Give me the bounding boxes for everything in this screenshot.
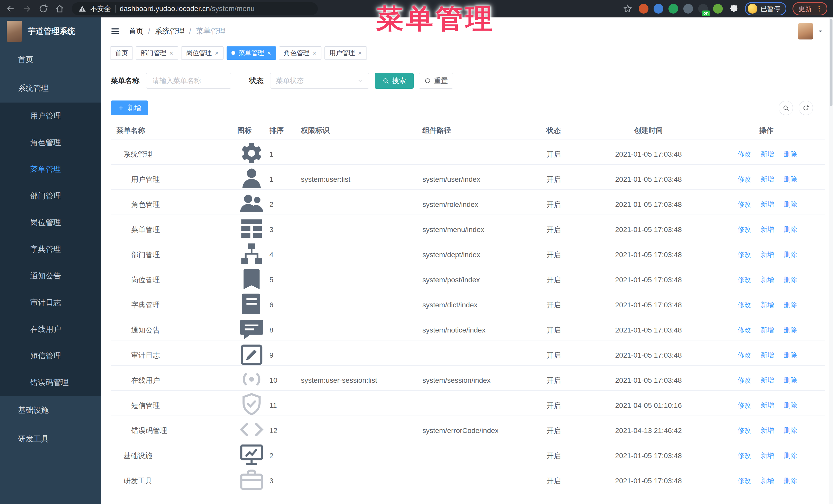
tab-close-icon[interactable]: ×	[215, 50, 219, 56]
sidebar-item[interactable]: 首页	[0, 45, 101, 74]
add-link[interactable]: 新增	[759, 326, 774, 335]
forward-icon[interactable]	[22, 4, 32, 14]
add-link[interactable]: 新增	[759, 451, 774, 460]
sidebar-item[interactable]: 错误码管理	[0, 369, 101, 396]
delete-link[interactable]: 删除	[782, 326, 797, 335]
extension-orange-icon[interactable]	[639, 4, 648, 14]
tab[interactable]: 用户管理×	[325, 46, 367, 60]
delete-link[interactable]: 删除	[782, 376, 797, 385]
scrollbar[interactable]	[829, 18, 833, 504]
chrome-menu-icon[interactable]	[815, 5, 823, 13]
delete-link[interactable]: 删除	[782, 476, 797, 485]
add-link[interactable]: 新增	[759, 351, 774, 360]
sidebar-item[interactable]: 在线用户	[0, 316, 101, 342]
sidebar-item[interactable]: 短信管理	[0, 342, 101, 369]
edit-link[interactable]: 修改	[736, 175, 751, 184]
edit-link[interactable]: 修改	[736, 326, 751, 335]
sidebar-item[interactable]: 岗位管理	[0, 209, 101, 236]
reload-icon[interactable]	[39, 4, 48, 14]
breadcrumb-item[interactable]: 系统管理	[155, 26, 185, 37]
add-link[interactable]: 新增	[759, 476, 774, 485]
sidebar-item[interactable]: 字典管理	[0, 236, 101, 263]
add-link[interactable]: 新增	[759, 426, 774, 435]
tab-close-icon[interactable]: ×	[313, 50, 316, 56]
sidebar-item[interactable]: 审计日志	[0, 289, 101, 316]
app-logo[interactable]: 芋道管理系统	[0, 18, 101, 45]
sidebar-item[interactable]: 通知公告	[0, 263, 101, 289]
delete-link-label: 删除	[784, 225, 797, 234]
sidebar-item[interactable]: 系统管理	[0, 74, 101, 102]
edit-link[interactable]: 修改	[736, 275, 751, 284]
tab[interactable]: 岗位管理×	[181, 46, 223, 60]
breadcrumb-item[interactable]: 首页	[129, 26, 144, 37]
extension-blue-icon[interactable]	[653, 4, 663, 14]
delete-link[interactable]: 删除	[782, 351, 797, 360]
edit-link[interactable]: 修改	[736, 301, 751, 309]
add-button[interactable]: 新增	[111, 100, 148, 115]
tab[interactable]: 首页	[110, 46, 133, 60]
bookmark-star-icon[interactable]	[623, 4, 633, 14]
edit-link[interactable]: 修改	[736, 451, 751, 460]
edit-link[interactable]: 修改	[736, 401, 751, 410]
extensions-puzzle-icon[interactable]	[729, 4, 739, 14]
edit-link[interactable]: 修改	[736, 250, 751, 259]
add-link[interactable]: 新增	[759, 150, 774, 159]
tab-close-icon[interactable]: ×	[358, 50, 362, 56]
add-link[interactable]: 新增	[759, 250, 774, 259]
add-link[interactable]: 新增	[759, 401, 774, 410]
edit-link[interactable]: 修改	[736, 426, 751, 435]
home-icon[interactable]	[55, 4, 65, 14]
edit-link[interactable]: 修改	[736, 225, 751, 234]
extension-frog-icon[interactable]	[713, 4, 723, 14]
update-button[interactable]: 更新	[792, 2, 827, 16]
user-avatar[interactable]	[798, 23, 813, 40]
add-link[interactable]: 新增	[759, 200, 774, 209]
chevron-down-icon[interactable]	[817, 28, 824, 34]
address-bar[interactable]: 不安全 dashboard.yudao.iocoder.cn/system/me…	[72, 2, 318, 15]
profile-chip[interactable]: 已暂停	[745, 2, 786, 16]
tab-close-icon[interactable]: ×	[267, 50, 271, 56]
refresh-table-button[interactable]	[799, 101, 813, 115]
extension-dark-icon[interactable]: on	[698, 4, 708, 14]
delete-link[interactable]: 删除	[782, 225, 797, 234]
tab[interactable]: 菜单管理×	[227, 46, 276, 60]
sidebar-item[interactable]: 基础设施	[0, 396, 101, 425]
edit-link[interactable]: 修改	[736, 200, 751, 209]
delete-link[interactable]: 删除	[782, 301, 797, 309]
delete-link[interactable]: 删除	[782, 275, 797, 284]
edit-link[interactable]: 修改	[736, 351, 751, 360]
scrollbar-thumb[interactable]	[830, 19, 832, 106]
delete-link[interactable]: 删除	[782, 451, 797, 460]
sidebar-item[interactable]: 研发工具	[0, 425, 101, 453]
add-link[interactable]: 新增	[759, 175, 774, 184]
tab-close-icon[interactable]: ×	[169, 50, 173, 56]
add-link[interactable]: 新增	[759, 275, 774, 284]
edit-link[interactable]: 修改	[736, 476, 751, 485]
extension-green-check-icon[interactable]	[668, 4, 678, 14]
sidebar-item[interactable]: 菜单管理	[0, 156, 101, 183]
edit-link[interactable]: 修改	[736, 376, 751, 385]
tab[interactable]: 部门管理×	[136, 46, 178, 60]
delete-link[interactable]: 删除	[782, 175, 797, 184]
delete-link[interactable]: 删除	[782, 150, 797, 159]
delete-link[interactable]: 删除	[782, 200, 797, 209]
add-link[interactable]: 新增	[759, 301, 774, 309]
delete-link[interactable]: 删除	[782, 426, 797, 435]
status-select[interactable]: 菜单状态	[270, 73, 369, 89]
edit-link[interactable]: 修改	[736, 150, 751, 159]
sidebar-item[interactable]: 用户管理	[0, 102, 101, 129]
extension-slate-icon[interactable]	[683, 4, 693, 14]
delete-link[interactable]: 删除	[782, 401, 797, 410]
delete-link[interactable]: 删除	[782, 250, 797, 259]
sidebar-item[interactable]: 部门管理	[0, 183, 101, 209]
collapse-sidebar-icon[interactable]	[110, 26, 120, 36]
toggle-search-button[interactable]	[779, 101, 793, 115]
add-link[interactable]: 新增	[759, 225, 774, 234]
menu-name-input[interactable]	[146, 73, 231, 89]
sidebar-item[interactable]: 角色管理	[0, 129, 101, 156]
reset-button[interactable]: 重置	[419, 73, 453, 89]
add-link[interactable]: 新增	[759, 376, 774, 385]
back-icon[interactable]	[6, 4, 15, 14]
tab[interactable]: 角色管理×	[279, 46, 322, 60]
search-button[interactable]: 搜索	[375, 73, 414, 89]
